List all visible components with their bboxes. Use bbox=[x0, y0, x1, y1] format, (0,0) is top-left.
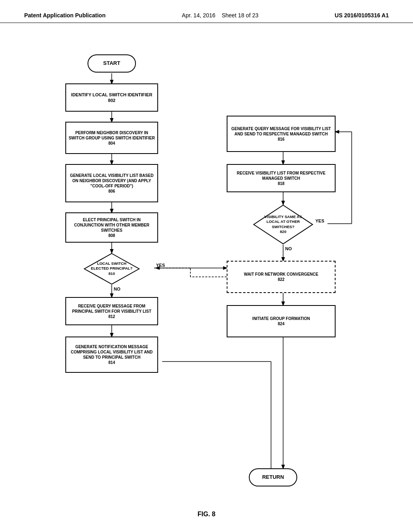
label-814: GENERATE NOTIFICATION MESSAGE COMPRISING… bbox=[66, 343, 157, 367]
shape-822: WAIT FOR NETWORK CONVERGENCE822 bbox=[227, 261, 336, 293]
label-816: GENERATE QUERY MESSAGE FOR VISIBILITY LI… bbox=[227, 125, 335, 143]
shape-806: GENERATE LOCAL VISIBILITY LIST BASED ON … bbox=[65, 164, 158, 202]
label-822: WAIT FOR NETWORK CONVERGENCE822 bbox=[242, 270, 320, 284]
header-date: Apr. 14, 2016 bbox=[182, 12, 215, 19]
no-label-810: NO bbox=[114, 287, 121, 291]
shape-804: PERFORM NEIGHBOR DISCOVERY IN SWITCH GRO… bbox=[65, 122, 158, 154]
shape-814: GENERATE NOTIFICATION MESSAGE COMPRISING… bbox=[65, 337, 158, 373]
label-824: INITIATE GROUP FORMATION824 bbox=[251, 314, 312, 328]
start-label: START bbox=[103, 60, 120, 67]
shape-816: GENERATE QUERY MESSAGE FOR VISIBILITY LI… bbox=[227, 116, 336, 152]
shape-802: IDENTIFY LOCAL SWITCH IDENTIFIER802 bbox=[65, 83, 158, 112]
label-812: RECEIVE QUERY MESSAGE FROM PRINCIPAL SWI… bbox=[66, 302, 157, 321]
header: Patent Application Publication Apr. 14, … bbox=[0, 0, 413, 23]
yes-label-810: YES bbox=[156, 263, 165, 268]
header-center: Apr. 14, 2016 Sheet 18 of 23 bbox=[182, 12, 259, 19]
shape-818: RECEIVE VISIBILITY LIST FROM RESPECTIVE … bbox=[227, 164, 336, 192]
header-sheet: Sheet 18 of 23 bbox=[222, 12, 259, 19]
label-818: RECEIVE VISIBILITY LIST FROM RESPECTIVE … bbox=[227, 169, 335, 188]
header-left: Patent Application Publication bbox=[24, 12, 106, 19]
label-802: IDENTIFY LOCAL SWITCH IDENTIFIER802 bbox=[69, 90, 154, 105]
label-806: GENERATE LOCAL VISIBILITY LIST BASED ON … bbox=[66, 171, 157, 195]
start-shape: START bbox=[88, 54, 136, 73]
shape-824: INITIATE GROUP FORMATION824 bbox=[227, 305, 336, 337]
return-shape: RETURN bbox=[249, 468, 297, 486]
fig-label: FIG. 8 bbox=[198, 511, 215, 517]
label-804: PERFORM NEIGHBOR DISCOVERY IN SWITCH GRO… bbox=[66, 129, 157, 148]
shape-808: ELECT PRINCIPAL SWITCH IN CONJUNCTION WI… bbox=[65, 212, 158, 243]
no-label-820: NO bbox=[285, 246, 292, 251]
page: Patent Application Publication Apr. 14, … bbox=[0, 0, 413, 532]
label-808: ELECT PRINCIPAL SWITCH IN CONJUNCTION WI… bbox=[66, 216, 157, 240]
shape-810: LOCAL SWITCH ELECTED PRINCIPAL?810 bbox=[83, 253, 140, 285]
shape-812: RECEIVE QUERY MESSAGE FROM PRINCIPAL SWI… bbox=[65, 297, 158, 325]
shape-820: VISIBILITY SAME AS LOCAL AT OTHER SWITCH… bbox=[253, 204, 313, 245]
return-label: RETURN bbox=[262, 474, 284, 481]
yes-label-820: YES bbox=[315, 218, 324, 223]
header-right: US 2016/0105316 A1 bbox=[335, 12, 389, 19]
